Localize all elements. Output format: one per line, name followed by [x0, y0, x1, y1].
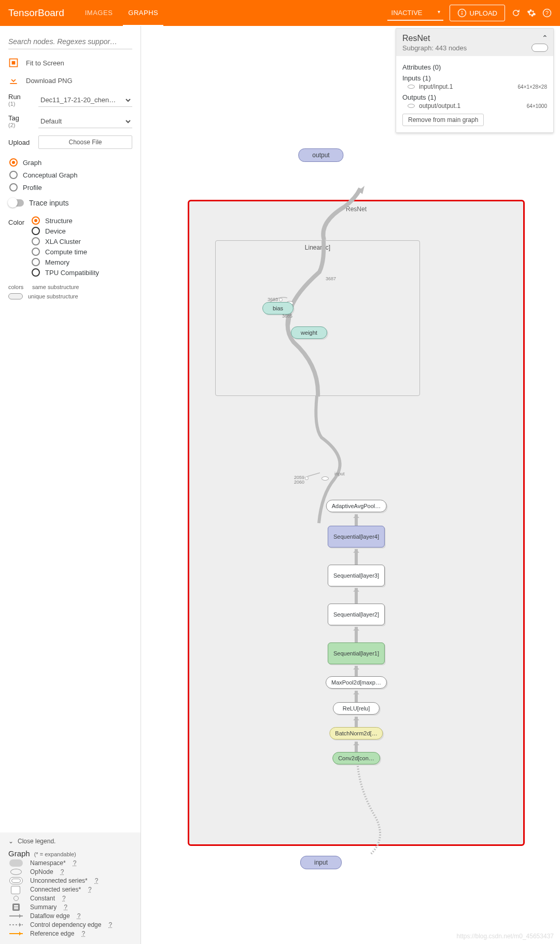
layer1-node[interactable]: Sequential[layer1]: [328, 642, 385, 664]
remove-button[interactable]: Remove from main graph: [402, 114, 484, 126]
legend-title: Graph: [8, 849, 30, 858]
layer4-node[interactable]: Sequential[layer4]: [328, 526, 385, 548]
op-circle-2[interactable]: [305, 476, 309, 480]
radio-profile[interactable]: [9, 183, 18, 191]
info-output-text: output/output.1: [419, 102, 460, 110]
info-outputs-h: Outputs (1): [402, 93, 547, 101]
color-label: Color: [8, 218, 24, 276]
refresh-icon[interactable]: [511, 8, 521, 18]
search-input[interactable]: [8, 34, 132, 49]
radio-tpu-label: TPU Compatibility: [45, 269, 99, 277]
app-header: TensorBoard IMAGES GRAPHS INACTIVE UPLOA…: [0, 0, 560, 26]
radio-device[interactable]: [32, 227, 40, 235]
fit-to-screen[interactable]: Fit to Screen: [8, 58, 132, 68]
tag-select[interactable]: Default: [38, 115, 132, 128]
help-icon[interactable]: ?: [542, 8, 552, 18]
radio-graph-label: Graph: [23, 159, 41, 167]
op-circle[interactable]: [279, 298, 283, 302]
run-count: (1): [8, 101, 31, 107]
inactive-select[interactable]: INACTIVE: [387, 6, 443, 21]
edge: [355, 514, 358, 526]
help-icon[interactable]: ?: [95, 877, 99, 884]
help-icon[interactable]: ?: [62, 895, 66, 902]
flow-linear: [216, 241, 421, 396]
radio-structure[interactable]: [32, 216, 40, 225]
radio-xla[interactable]: [32, 237, 40, 245]
relu-node[interactable]: ReLU[relu]: [333, 702, 380, 715]
radio-conceptual-label: Conceptual Graph: [23, 171, 78, 179]
radio-compute[interactable]: [32, 248, 40, 256]
info-toggle[interactable]: [531, 44, 548, 52]
conv-node[interactable]: Conv2d[con…: [332, 752, 380, 764]
info-inputs-h: Inputs (1): [402, 74, 547, 82]
radio-structure-label: Structure: [45, 217, 73, 225]
info-output-item[interactable]: output/output.164×1000: [408, 102, 547, 110]
lbl-3683: 3683: [268, 297, 278, 302]
trace-label: Trace inputs: [29, 199, 69, 207]
run-label: Run: [8, 93, 31, 101]
legend-connected: Connected series*: [30, 886, 81, 893]
help-icon[interactable]: ?: [108, 921, 112, 928]
radio-tpu[interactable]: [32, 268, 40, 277]
radio-conceptual[interactable]: [9, 171, 18, 179]
avgpool-node[interactable]: AdaptiveAvgPool…: [326, 500, 387, 512]
bn-node[interactable]: BatchNorm2d[…: [329, 727, 383, 740]
choose-file-button[interactable]: Choose File: [38, 135, 132, 149]
svg-text:?: ?: [545, 10, 549, 16]
info-input-item[interactable]: input/input.164×1×28×28: [408, 83, 547, 90]
layer3-node[interactable]: Sequential[layer3]: [328, 565, 385, 586]
output-node[interactable]: output: [298, 148, 343, 162]
weight-node[interactable]: weight: [291, 326, 327, 339]
help-icon[interactable]: ?: [88, 886, 92, 893]
bias-node[interactable]: bias: [262, 302, 293, 314]
radio-memory-label: Memory: [45, 258, 69, 266]
run-select[interactable]: Dec11_17-21-20_chen…: [38, 93, 132, 107]
download-png[interactable]: Download PNG: [8, 75, 132, 86]
tab-images[interactable]: IMAGES: [80, 1, 118, 26]
header-tabs: IMAGES GRAPHS: [80, 1, 163, 26]
help-icon[interactable]: ?: [77, 912, 81, 920]
radio-device-label: Device: [45, 227, 66, 235]
help-icon[interactable]: ?: [81, 930, 85, 937]
same-sub-label: same substructure: [32, 284, 79, 290]
help-icon[interactable]: ?: [61, 868, 64, 875]
dataflow-icon: [9, 915, 23, 916]
legend-reference: Reference edge: [30, 930, 74, 937]
resnet-frame[interactable]: ResNet Linear[fc] 3687 3683 3685 bias we…: [188, 200, 525, 846]
radio-memory[interactable]: [32, 258, 40, 266]
maxpool-node[interactable]: MaxPool2d[maxp…: [326, 676, 387, 689]
info-panel: ResNet Subgraph: 443 nodes ⌃ Attributes …: [396, 28, 554, 133]
radio-graph[interactable]: [9, 158, 18, 167]
trace-toggle[interactable]: [8, 199, 24, 207]
fit-label: Fit to Screen: [26, 59, 64, 67]
layer2-node[interactable]: Sequential[layer2]: [328, 604, 385, 625]
graph-canvas[interactable]: output ResNet Linear[fc] 3687 3683 3685: [141, 26, 560, 944]
download-label: Download PNG: [26, 77, 73, 85]
edge: [355, 627, 358, 642]
linear-box[interactable]: Linear[fc] 3687 3683 3685 bias weight: [215, 240, 420, 396]
edge: [355, 717, 358, 727]
chevron-up-icon[interactable]: ⌃: [542, 34, 548, 42]
sidebar: Fit to Screen Download PNG Run (1) Dec11…: [0, 26, 141, 944]
edge: [355, 666, 358, 676]
unique-pill-icon: [8, 293, 23, 299]
tag-count: (2): [8, 122, 31, 128]
upload-button[interactable]: UPLOAD: [450, 5, 505, 21]
op-ellipse-2[interactable]: [321, 476, 329, 481]
input-node[interactable]: input: [300, 856, 342, 869]
colors-label: colors: [8, 284, 27, 290]
legend-unconnected: Unconnected series*: [30, 877, 88, 884]
legend-control: Control dependency edge: [30, 921, 101, 928]
lbl-input: input: [334, 471, 345, 476]
close-legend[interactable]: ⌄Close legend.: [8, 838, 132, 845]
reference-icon: [9, 933, 23, 934]
radio-profile-label: Profile: [23, 184, 42, 191]
gear-icon[interactable]: [527, 8, 536, 18]
help-icon[interactable]: ?: [64, 904, 67, 911]
info-input-text: input/input.1: [419, 83, 453, 90]
tab-graphs[interactable]: GRAPHS: [123, 1, 163, 26]
help-icon[interactable]: ?: [73, 859, 77, 867]
legend-sub: (* = expandable): [34, 851, 76, 857]
connected-icon: [12, 886, 20, 893]
tag-label: Tag: [8, 114, 31, 122]
